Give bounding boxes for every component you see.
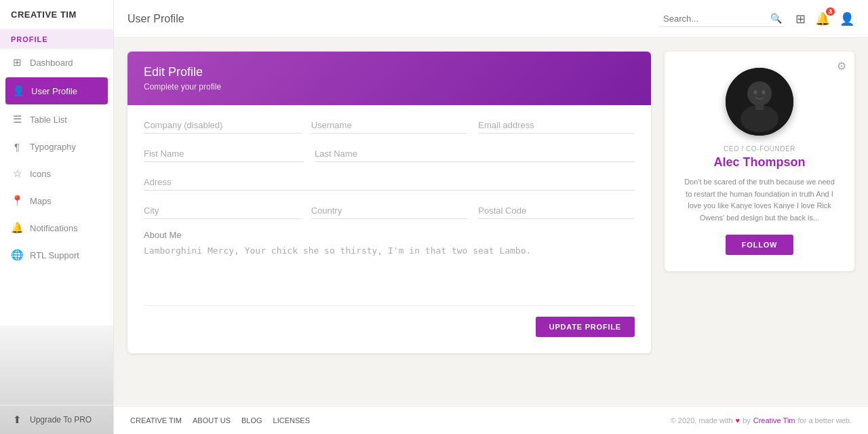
update-profile-button[interactable]: UPDATE PROFILE (536, 317, 635, 337)
form-actions: UPDATE PROFILE (144, 317, 635, 337)
search-bar: 🔍 (659, 10, 785, 27)
svg-point-4 (754, 90, 757, 94)
notifications-button[interactable]: 🔔 3 (815, 12, 830, 26)
sidebar-item-label: RTL Support (30, 250, 79, 260)
address-field (144, 173, 635, 191)
sidebar-item-label: Dashboard (30, 58, 73, 68)
form-row-1 (144, 116, 635, 144)
last-name-input[interactable] (315, 144, 635, 161)
footer-link-creative-tim[interactable]: CREATIVE TIM (130, 416, 182, 425)
search-icon[interactable]: 🔍 (768, 10, 785, 26)
person-role: CEO / CO-FOUNDER (724, 145, 795, 153)
last-name-field (315, 144, 635, 162)
form-row-3 (144, 201, 635, 230)
follow-button[interactable]: FOLLOW (726, 235, 793, 255)
sidebar-item-label: Maps (30, 196, 52, 206)
profile-card-header: Edit Profile Complete your profile (127, 52, 651, 105)
sidebar-item-table-list[interactable]: ☰ Table List (0, 106, 113, 133)
upgrade-icon: ⬆ (11, 414, 23, 426)
city-field (144, 201, 300, 219)
grid-button[interactable]: ⊞ (795, 12, 806, 26)
username-input[interactable] (311, 116, 468, 133)
typography-icon: ¶ (11, 140, 23, 153)
sidebar-upgrade[interactable]: ⬆ Upgrade To PRO (0, 405, 113, 434)
notifications-icon: 🔔 (11, 222, 23, 234)
footer-copy-prefix: © 2020, made with (671, 416, 733, 425)
country-input[interactable] (311, 201, 468, 218)
svg-point-5 (762, 90, 766, 94)
about-label: About Me (144, 230, 635, 240)
city-input[interactable] (144, 201, 300, 218)
form-row-2 (144, 144, 635, 173)
user-profile-icon: 👤 (12, 85, 24, 97)
svg-point-2 (747, 81, 772, 106)
footer-copy-by: by (743, 416, 751, 425)
address-input[interactable] (144, 173, 635, 190)
about-textarea[interactable]: Lamborghini Mercy, Your chick she so thi… (144, 244, 635, 292)
main-content: User Profile 🔍 ⊞ 🔔 3 👤 Edit Profile Com (114, 0, 868, 434)
profile-card-body: About Me Lamborghini Mercy, Your chick s… (127, 105, 651, 353)
sidebar-item-notifications[interactable]: 🔔 Notifications (0, 214, 113, 241)
sidebar-item-icons[interactable]: ☆ Icons (0, 160, 113, 187)
topnav: User Profile 🔍 ⊞ 🔔 3 👤 (114, 0, 868, 38)
footer-copyright: © 2020, made with ♥ by Creative Tim for … (671, 416, 852, 425)
sidebar-item-rtl-support[interactable]: 🌐 RTL Support (0, 241, 113, 269)
right-panel: ⚙ (665, 52, 854, 271)
sidebar: CREATIVE TIM Profile ⊞ Dashboard 👤 User … (0, 0, 114, 434)
email-field (478, 116, 635, 134)
content-area: Edit Profile Complete your profile (114, 38, 868, 406)
dashboard-icon: ⊞ (11, 56, 23, 68)
upgrade-label: Upgrade To PRO (30, 415, 92, 425)
table-list-icon: ☰ (11, 113, 23, 125)
heart-icon: ♥ (736, 416, 741, 425)
person-card: ⚙ (665, 52, 854, 271)
username-field (311, 116, 468, 134)
footer-links: CREATIVE TIM ABOUT US BLOG LICENSES (130, 416, 310, 425)
avatar-image (726, 68, 793, 136)
footer-link-licenses[interactable]: LICENSES (273, 416, 310, 425)
form-divider (144, 305, 635, 306)
brand-logo: CREATIVE TIM (0, 0, 113, 30)
page-title: User Profile (127, 13, 648, 25)
country-field (311, 201, 468, 219)
email-input[interactable] (478, 116, 635, 133)
person-bio: Don't be scared of the truth because we … (681, 176, 838, 224)
sidebar-item-user-profile[interactable]: 👤 User Profile (5, 77, 108, 104)
sidebar-item-label: Typography (30, 142, 76, 152)
maps-icon: 📍 (11, 195, 23, 207)
rtl-icon: 🌐 (11, 249, 23, 261)
sidebar-item-label: Notifications (30, 223, 78, 233)
postal-input[interactable] (478, 201, 635, 218)
company-field (144, 116, 300, 134)
footer-link-blog[interactable]: BLOG (241, 416, 262, 425)
company-input[interactable] (144, 116, 300, 133)
footer-link-about-us[interactable]: ABOUT US (193, 416, 231, 425)
person-name: Alec Thompson (713, 155, 805, 170)
sidebar-item-typography[interactable]: ¶ Typography (0, 133, 113, 160)
edit-profile-card: Edit Profile Complete your profile (127, 52, 651, 353)
footer: CREATIVE TIM ABOUT US BLOG LICENSES © 20… (114, 406, 868, 434)
sidebar-item-dashboard[interactable]: ⊞ Dashboard (0, 49, 113, 76)
postal-field (478, 201, 635, 219)
notification-badge: 3 (826, 7, 835, 16)
sidebar-item-label: Icons (30, 169, 51, 179)
search-input[interactable] (659, 11, 768, 26)
avatar (726, 68, 793, 136)
topnav-icons: ⊞ 🔔 3 👤 (795, 12, 854, 26)
footer-copy-suffix: for a better web. (798, 416, 852, 425)
first-name-input[interactable] (144, 144, 304, 161)
settings-icon[interactable]: ⚙ (837, 60, 846, 73)
svg-rect-3 (755, 103, 764, 110)
edit-profile-subheading: Complete your profile (144, 82, 635, 92)
sidebar-item-label: User Profile (31, 86, 77, 96)
sidebar-section-profile: Profile (0, 30, 113, 49)
sidebar-item-maps[interactable]: 📍 Maps (0, 187, 113, 214)
icons-icon: ☆ (11, 167, 23, 180)
footer-brand: Creative Tim (753, 416, 795, 425)
user-avatar-button[interactable]: 👤 (840, 12, 854, 26)
edit-profile-heading: Edit Profile (144, 65, 635, 79)
sidebar-item-label: Table List (30, 115, 67, 125)
first-name-field (144, 144, 304, 162)
